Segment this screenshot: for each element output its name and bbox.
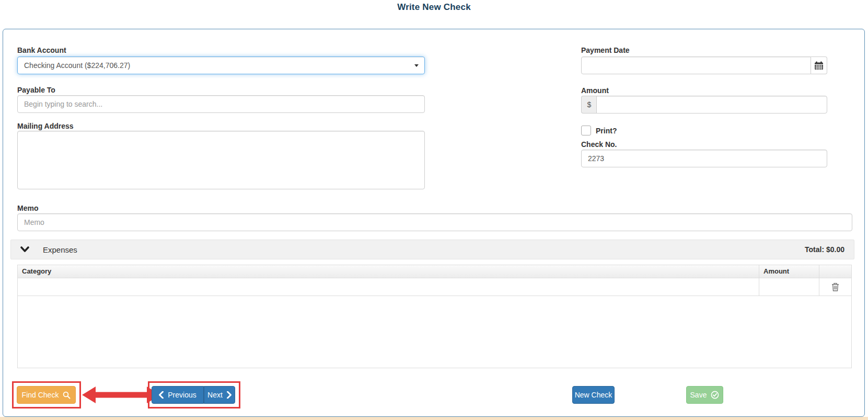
amount-label: Amount (581, 86, 609, 95)
payment-date-label: Payment Date (581, 46, 630, 54)
trash-icon (831, 282, 839, 291)
delete-row-button[interactable] (831, 282, 839, 291)
expenses-section-header: Expenses Total: $0.00 (10, 240, 854, 259)
amount-input[interactable] (596, 96, 827, 113)
amount-column-header: Amount (759, 265, 819, 278)
mailing-address-textarea[interactable] (17, 131, 425, 189)
annotation-box-find-check (12, 381, 81, 408)
table-row (18, 278, 851, 296)
amount-cell[interactable] (759, 278, 819, 296)
memo-input[interactable] (17, 213, 852, 231)
print-checkbox[interactable] (581, 126, 591, 135)
save-label: Save (690, 391, 707, 399)
expenses-title: Expenses (43, 245, 77, 254)
select-caret-icon (414, 64, 419, 67)
chevron-down-icon (20, 246, 29, 253)
payable-to-input[interactable] (17, 95, 425, 113)
save-button[interactable]: Save (686, 386, 723, 404)
category-cell[interactable] (18, 278, 759, 296)
payable-to-label: Payable To (17, 86, 55, 94)
new-check-button[interactable]: New Check (572, 386, 615, 404)
print-label: Print? (596, 127, 617, 135)
check-circle-icon (711, 391, 719, 399)
annotation-box-prev-next (148, 381, 240, 408)
memo-label: Memo (17, 204, 38, 212)
check-no-input[interactable] (581, 150, 827, 167)
actions-column-header (819, 265, 851, 278)
calendar-button[interactable] (811, 56, 827, 74)
mailing-address-label: Mailing Address (17, 122, 74, 130)
bank-account-label: Bank Account (17, 46, 66, 54)
payment-date-input[interactable] (581, 56, 811, 74)
expenses-table: Category Amount (17, 265, 852, 368)
write-check-page: Write New Check Bank Account Checking Ac… (0, 0, 868, 420)
page-background-strip (0, 417, 868, 420)
new-check-label: New Check (575, 391, 612, 399)
calendar-icon (814, 61, 824, 70)
amount-currency-prefix: $ (581, 96, 597, 113)
category-column-header: Category (18, 265, 759, 278)
bank-account-selected-value: Checking Account ($224,706.27) (24, 61, 130, 70)
check-no-label: Check No. (581, 140, 617, 149)
expenses-table-header: Category Amount (18, 265, 851, 278)
page-title: Write New Check (0, 2, 868, 13)
expenses-collapse-toggle[interactable] (20, 246, 29, 253)
expenses-total: Total: $0.00 (805, 245, 844, 254)
bank-account-select[interactable]: Checking Account ($224,706.27) (17, 56, 425, 74)
